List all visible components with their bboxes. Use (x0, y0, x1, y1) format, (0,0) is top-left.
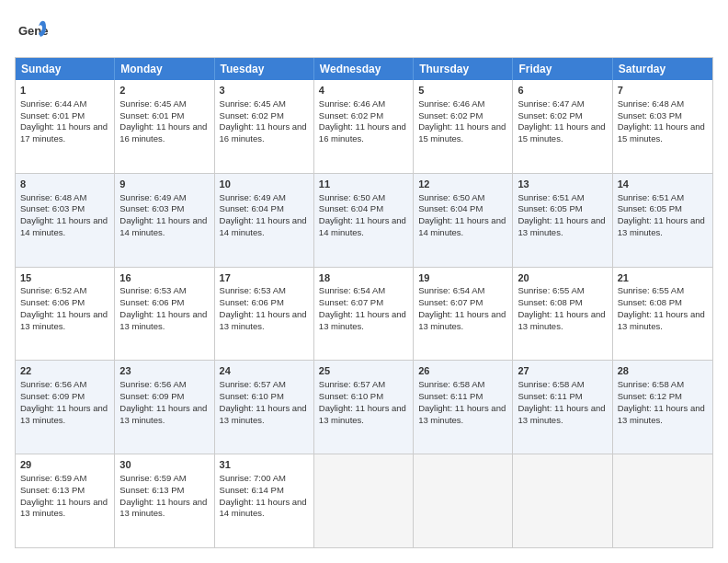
day-info: Sunrise: 6:56 AM Sunset: 6:09 PM Dayligh… (119, 379, 207, 424)
day-number: 30 (119, 458, 209, 472)
day-number: 3 (220, 84, 309, 98)
day-info: Sunrise: 6:54 AM Sunset: 6:07 PM Dayligh… (319, 285, 406, 330)
week-row-3: 15Sunrise: 6:52 AM Sunset: 6:06 PM Dayli… (16, 267, 712, 361)
day-number: 2 (119, 84, 209, 98)
day-cell-29: 29Sunrise: 6:59 AM Sunset: 6:13 PM Dayli… (16, 454, 115, 547)
day-cell-5: 5Sunrise: 6:46 AM Sunset: 6:02 PM Daylig… (414, 80, 513, 173)
day-cell-11: 11Sunrise: 6:50 AM Sunset: 6:04 PM Dayli… (314, 174, 414, 267)
day-number: 9 (119, 178, 209, 191)
day-cell-7: 7Sunrise: 6:48 AM Sunset: 6:03 PM Daylig… (613, 80, 712, 173)
header-thursday: Thursday (414, 58, 513, 80)
day-number: 26 (418, 364, 507, 378)
day-info: Sunrise: 6:51 AM Sunset: 6:05 PM Dayligh… (518, 192, 605, 237)
day-info: Sunrise: 6:45 AM Sunset: 6:01 PM Dayligh… (119, 98, 207, 144)
day-number: 8 (20, 178, 109, 191)
day-cell-31: 31Sunrise: 7:00 AM Sunset: 6:14 PM Dayli… (215, 454, 314, 547)
day-info: Sunrise: 6:56 AM Sunset: 6:09 PM Dayligh… (20, 379, 108, 424)
day-info: Sunrise: 6:45 AM Sunset: 6:02 PM Dayligh… (220, 98, 307, 144)
header-friday: Friday (513, 58, 612, 80)
day-cell-9: 9Sunrise: 6:49 AM Sunset: 6:03 PM Daylig… (115, 174, 214, 267)
day-number: 29 (20, 458, 109, 472)
week-row-5: 29Sunrise: 6:59 AM Sunset: 6:13 PM Dayli… (16, 454, 712, 547)
day-cell-3: 3Sunrise: 6:45 AM Sunset: 6:02 PM Daylig… (215, 80, 314, 173)
day-info: Sunrise: 6:58 AM Sunset: 6:11 PM Dayligh… (418, 379, 506, 424)
day-cell-10: 10Sunrise: 6:49 AM Sunset: 6:04 PM Dayli… (215, 174, 314, 267)
day-number: 16 (119, 271, 209, 285)
day-number: 19 (418, 271, 507, 285)
day-cell-2: 2Sunrise: 6:45 AM Sunset: 6:01 PM Daylig… (115, 80, 214, 173)
day-cell-25: 25Sunrise: 6:57 AM Sunset: 6:10 PM Dayli… (314, 361, 414, 454)
day-number: 20 (518, 271, 607, 285)
day-number: 28 (618, 364, 708, 378)
day-info: Sunrise: 6:46 AM Sunset: 6:02 PM Dayligh… (418, 98, 506, 144)
calendar-body: 1Sunrise: 6:44 AM Sunset: 6:01 PM Daylig… (16, 80, 712, 547)
day-number: 13 (518, 178, 607, 191)
day-number: 7 (618, 84, 708, 98)
week-row-4: 22Sunrise: 6:56 AM Sunset: 6:09 PM Dayli… (16, 360, 712, 454)
day-cell-17: 17Sunrise: 6:53 AM Sunset: 6:06 PM Dayli… (215, 268, 314, 361)
day-cell-14: 14Sunrise: 6:51 AM Sunset: 6:05 PM Dayli… (613, 174, 712, 267)
day-number: 21 (618, 271, 708, 285)
day-number: 27 (518, 364, 607, 378)
header-sunday: Sunday (16, 58, 115, 80)
day-number: 12 (418, 178, 507, 191)
page: General Sunday Monday Tuesday Wednesday … (0, 0, 728, 563)
day-number: 24 (220, 364, 309, 378)
day-info: Sunrise: 6:50 AM Sunset: 6:04 PM Dayligh… (418, 192, 506, 237)
week-row-2: 8Sunrise: 6:48 AM Sunset: 6:03 PM Daylig… (16, 173, 712, 267)
day-info: Sunrise: 6:57 AM Sunset: 6:10 PM Dayligh… (220, 379, 307, 424)
day-cell-27: 27Sunrise: 6:58 AM Sunset: 6:11 PM Dayli… (513, 361, 612, 454)
day-number: 23 (119, 364, 209, 378)
header-saturday: Saturday (613, 58, 712, 80)
day-number: 22 (20, 364, 109, 378)
week-row-1: 1Sunrise: 6:44 AM Sunset: 6:01 PM Daylig… (16, 80, 712, 173)
day-info: Sunrise: 6:58 AM Sunset: 6:11 PM Dayligh… (518, 379, 605, 424)
day-number: 4 (319, 84, 408, 98)
empty-cell (513, 454, 612, 547)
day-number: 11 (319, 178, 408, 191)
day-cell-23: 23Sunrise: 6:56 AM Sunset: 6:09 PM Dayli… (115, 361, 214, 454)
day-cell-6: 6Sunrise: 6:47 AM Sunset: 6:02 PM Daylig… (513, 80, 612, 173)
day-number: 14 (618, 178, 708, 191)
empty-cell (314, 454, 414, 547)
header-wednesday: Wednesday (314, 58, 414, 80)
day-cell-15: 15Sunrise: 6:52 AM Sunset: 6:06 PM Dayli… (16, 268, 115, 361)
day-info: Sunrise: 6:53 AM Sunset: 6:06 PM Dayligh… (119, 285, 207, 330)
day-info: Sunrise: 6:49 AM Sunset: 6:04 PM Dayligh… (220, 192, 307, 237)
day-cell-13: 13Sunrise: 6:51 AM Sunset: 6:05 PM Dayli… (513, 174, 612, 267)
day-info: Sunrise: 6:44 AM Sunset: 6:01 PM Dayligh… (20, 98, 108, 144)
calendar-header: Sunday Monday Tuesday Wednesday Thursday… (16, 58, 712, 80)
header-monday: Monday (115, 58, 214, 80)
day-number: 5 (418, 84, 507, 98)
day-number: 10 (220, 178, 309, 191)
header: General (15, 15, 713, 48)
day-info: Sunrise: 6:50 AM Sunset: 6:04 PM Dayligh… (319, 192, 406, 237)
day-info: Sunrise: 6:46 AM Sunset: 6:02 PM Dayligh… (319, 98, 406, 144)
day-cell-22: 22Sunrise: 6:56 AM Sunset: 6:09 PM Dayli… (16, 361, 115, 454)
logo-icon: General (15, 15, 48, 48)
empty-cell (613, 454, 712, 547)
day-number: 15 (20, 271, 109, 285)
day-info: Sunrise: 6:57 AM Sunset: 6:10 PM Dayligh… (319, 379, 406, 424)
day-info: Sunrise: 6:58 AM Sunset: 6:12 PM Dayligh… (618, 379, 705, 424)
day-number: 6 (518, 84, 607, 98)
day-info: Sunrise: 6:51 AM Sunset: 6:05 PM Dayligh… (618, 192, 705, 237)
day-info: Sunrise: 6:59 AM Sunset: 6:13 PM Dayligh… (20, 473, 108, 518)
day-cell-21: 21Sunrise: 6:55 AM Sunset: 6:08 PM Dayli… (613, 268, 712, 361)
calendar: Sunday Monday Tuesday Wednesday Thursday… (15, 57, 713, 548)
day-cell-4: 4Sunrise: 6:46 AM Sunset: 6:02 PM Daylig… (314, 80, 414, 173)
day-info: Sunrise: 6:48 AM Sunset: 6:03 PM Dayligh… (20, 192, 108, 237)
day-info: Sunrise: 6:59 AM Sunset: 6:13 PM Dayligh… (119, 473, 207, 518)
day-cell-1: 1Sunrise: 6:44 AM Sunset: 6:01 PM Daylig… (16, 80, 115, 173)
day-number: 18 (319, 271, 408, 285)
logo: General (15, 15, 51, 48)
day-info: Sunrise: 6:49 AM Sunset: 6:03 PM Dayligh… (119, 192, 207, 237)
day-cell-24: 24Sunrise: 6:57 AM Sunset: 6:10 PM Dayli… (215, 361, 314, 454)
day-cell-26: 26Sunrise: 6:58 AM Sunset: 6:11 PM Dayli… (414, 361, 513, 454)
day-info: Sunrise: 7:00 AM Sunset: 6:14 PM Dayligh… (220, 473, 307, 518)
day-info: Sunrise: 6:55 AM Sunset: 6:08 PM Dayligh… (518, 285, 605, 330)
empty-cell (414, 454, 513, 547)
day-cell-18: 18Sunrise: 6:54 AM Sunset: 6:07 PM Dayli… (314, 268, 414, 361)
day-number: 17 (220, 271, 309, 285)
day-number: 1 (20, 84, 109, 98)
